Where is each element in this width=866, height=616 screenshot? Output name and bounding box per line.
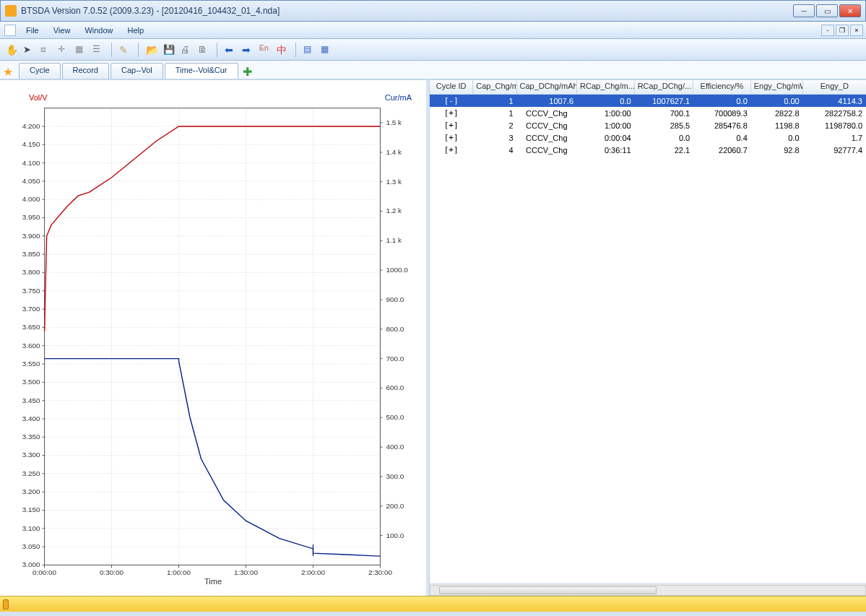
- th-rcap-chg[interactable]: RCap_Chg/m...: [577, 80, 635, 94]
- svg-text:0:00:00: 0:00:00: [33, 568, 57, 576]
- svg-text:800.0: 800.0: [386, 325, 404, 333]
- arrow-right-icon[interactable]: ➡: [241, 43, 255, 57]
- svg-text:3.500: 3.500: [22, 378, 40, 386]
- svg-text:4.050: 4.050: [22, 177, 40, 185]
- svg-text:1.4 k: 1.4 k: [386, 148, 402, 156]
- th-cap-chg[interactable]: Cap_Chg/mAh: [473, 80, 516, 94]
- tab-time-vol-cur[interactable]: Time--Vol&Cur: [165, 63, 238, 79]
- chart-svg[interactable]: 3.0003.0503.1003.1503.2003.2503.3003.350…: [0, 80, 426, 596]
- y-left-axis-label: Vol/V: [29, 93, 48, 102]
- favorite-star-icon[interactable]: ★: [3, 64, 17, 79]
- th-rcap-dchg[interactable]: RCap_DChg/...: [635, 80, 694, 94]
- svg-text:4.200: 4.200: [22, 122, 40, 130]
- table-row[interactable]: [+] 3 CCCV_Chg 0:00:04 0.0 0.4 0.0 1.7: [430, 131, 866, 144]
- table-header-row: Cycle ID Cap_Chg/mAh Cap_DChg/mAh RCap_C…: [430, 80, 866, 95]
- svg-text:1.1 k: 1.1 k: [386, 236, 402, 244]
- expand-toggle[interactable]: [-]: [430, 96, 473, 105]
- mdi-close-button[interactable]: ×: [850, 25, 863, 36]
- pointer-tool-icon[interactable]: ➤: [22, 43, 36, 57]
- add-tab-button[interactable]: ✚: [243, 65, 252, 79]
- hand-tool-icon[interactable]: ✋: [4, 43, 19, 57]
- language-en-icon[interactable]: En: [258, 43, 272, 57]
- statusbar: [0, 612, 866, 615]
- svg-text:3.850: 3.850: [22, 250, 40, 258]
- crosshair-icon[interactable]: ✛: [56, 43, 71, 57]
- grid-icon[interactable]: ▦: [74, 43, 88, 57]
- content-area: Vol/V Cur/mA Time 3.0003.0503.1003.1503.…: [0, 79, 866, 596]
- svg-text:4.150: 4.150: [22, 140, 40, 148]
- menu-file[interactable]: File: [19, 24, 46, 37]
- document-icon: [4, 25, 16, 36]
- table-body: [-] 1 1007.6 0.0 1007627.1 0.0 0.00 4114…: [430, 95, 866, 584]
- layout1-icon[interactable]: ▤: [302, 43, 316, 57]
- menu-help[interactable]: Help: [121, 24, 152, 37]
- svg-text:3.200: 3.200: [22, 487, 40, 495]
- table-row[interactable]: [+] 2 CCCV_Chg 1:00:00 285.5 285476.8 11…: [430, 119, 866, 131]
- list-icon[interactable]: ☰: [91, 43, 105, 57]
- menubar: File View Window Help - ❐ ×: [0, 22, 866, 39]
- th-cap-dchg[interactable]: Cap_DChg/mAh: [517, 80, 577, 94]
- svg-text:1.3 k: 1.3 k: [386, 178, 402, 186]
- pencil-icon[interactable]: ✎: [118, 43, 132, 57]
- expand-toggle[interactable]: [+]: [430, 145, 473, 155]
- table-row[interactable]: [+] 4 CCCV_Chg 0:36:11 22.1 22060.7 92.8…: [430, 144, 866, 156]
- svg-text:3.650: 3.650: [22, 323, 40, 331]
- svg-text:4.000: 4.000: [22, 195, 40, 203]
- open-folder-icon[interactable]: 📂: [144, 43, 159, 57]
- th-cycle-id[interactable]: Cycle ID: [430, 80, 473, 94]
- expand-toggle[interactable]: [+]: [430, 108, 473, 118]
- close-button[interactable]: ✕: [839, 4, 861, 17]
- arrow-left-icon[interactable]: ⬅: [223, 43, 238, 57]
- th-engy-chg[interactable]: Engy_Chg/mWh: [751, 80, 803, 94]
- svg-text:300.0: 300.0: [386, 472, 404, 480]
- th-engy-d[interactable]: Engy_D: [803, 80, 866, 94]
- svg-text:2:30:00: 2:30:00: [368, 568, 393, 576]
- data-pane: Cycle ID Cap_Chg/mAh Cap_DChg/mAh RCap_C…: [429, 80, 866, 596]
- window-title: BTSDA Version 7.0.52 (2009.3.23) - [2012…: [21, 6, 280, 16]
- svg-text:3.550: 3.550: [22, 360, 40, 368]
- tab-record[interactable]: Record: [62, 63, 109, 79]
- expand-toggle[interactable]: [+]: [430, 133, 473, 142]
- timeline-handle[interactable]: [3, 599, 9, 610]
- mdi-restore-button[interactable]: ❐: [836, 25, 849, 36]
- timeline-bar[interactable]: [0, 596, 866, 612]
- tab-cycle[interactable]: Cycle: [19, 63, 61, 79]
- svg-text:2:00:00: 2:00:00: [301, 568, 326, 576]
- svg-text:3.750: 3.750: [22, 287, 40, 295]
- svg-text:200.0: 200.0: [386, 502, 404, 510]
- save-icon[interactable]: 💾: [162, 43, 176, 57]
- table-row[interactable]: [+] 1 CCCV_Chg 1:00:00 700.1 700089.3 28…: [430, 107, 866, 119]
- svg-text:3.950: 3.950: [22, 213, 40, 221]
- svg-rect-123: [45, 108, 381, 565]
- svg-text:700.0: 700.0: [386, 355, 404, 363]
- menu-view[interactable]: View: [46, 24, 78, 37]
- chart-pane: Vol/V Cur/mA Time 3.0003.0503.1003.1503.…: [0, 80, 429, 596]
- language-cn-icon[interactable]: 中: [275, 43, 290, 57]
- tabbar: ★ Cycle Record Cap--Vol Time--Vol&Cur ✚: [0, 61, 866, 79]
- expand-toggle[interactable]: [+]: [430, 121, 473, 130]
- toolbar: ✋ ➤ ⧈ ✛ ▦ ☰ ✎ 📂 💾 🖨 🗎 ⬅ ➡ En 中 ▤ ▦: [0, 39, 866, 61]
- tab-cap-vol[interactable]: Cap--Vol: [111, 63, 163, 79]
- svg-text:3.250: 3.250: [22, 469, 40, 477]
- svg-text:900.0: 900.0: [386, 295, 404, 303]
- svg-text:1:30:00: 1:30:00: [234, 568, 259, 576]
- menu-window[interactable]: Window: [77, 24, 120, 37]
- print-icon[interactable]: 🖨: [179, 43, 194, 57]
- svg-text:3.100: 3.100: [22, 524, 40, 532]
- maximize-button[interactable]: ▭: [816, 4, 838, 17]
- minimize-button[interactable]: ─: [793, 4, 815, 17]
- svg-text:500.0: 500.0: [386, 413, 404, 421]
- th-efficiency[interactable]: Efficiency/%: [693, 80, 751, 94]
- document-icon[interactable]: 🗎: [196, 43, 211, 57]
- svg-text:600.0: 600.0: [386, 383, 404, 391]
- table-row[interactable]: [-] 1 1007.6 0.0 1007627.1 0.0 0.00 4114…: [430, 95, 866, 107]
- zoom-box-icon[interactable]: ⧈: [39, 43, 53, 57]
- svg-text:3.150: 3.150: [22, 506, 40, 513]
- svg-text:4.100: 4.100: [22, 159, 40, 167]
- svg-text:3.800: 3.800: [22, 268, 40, 276]
- svg-text:100.0: 100.0: [386, 532, 404, 539]
- svg-text:1.5 k: 1.5 k: [386, 118, 402, 126]
- layout2-icon[interactable]: ▦: [319, 43, 334, 57]
- mdi-minimize-button[interactable]: -: [821, 25, 834, 36]
- horizontal-scrollbar[interactable]: [430, 584, 866, 596]
